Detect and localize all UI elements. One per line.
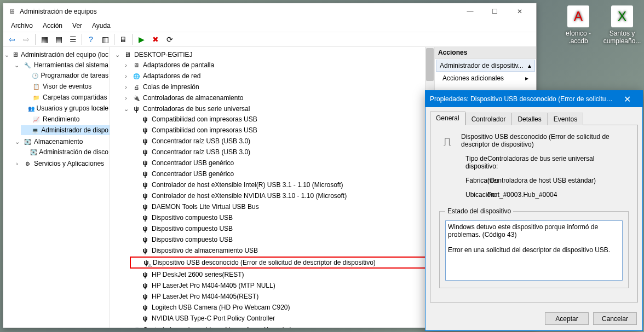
maximize-button[interactable]: ☐ [482, 4, 507, 19]
device-item[interactable]: ·Dispositivo compuesto USB [130, 235, 432, 244]
help-button[interactable]: ? [84, 33, 97, 46]
device-group[interactable]: ›Adaptadores de red [121, 71, 432, 81]
forward-button[interactable]: ⇨ [20, 33, 33, 46]
device-item[interactable]: ·Dispositivo compuesto USB [130, 213, 432, 223]
device-group[interactable]: ›Adaptadores de pantalla [121, 60, 432, 70]
device-item[interactable]: ·Logitech USB Camera (HD Pro Webcam C920… [130, 302, 432, 312]
properties-close-button[interactable]: ✕ [616, 94, 638, 104]
desktop-icons: Aefonico - .accdb XSantos y cumpleaño... [562, 5, 639, 45]
tab-body: ⎍ Dispositivo USB desconocido (Error de … [430, 125, 638, 302]
result-pane: ⌄DESKTOP-EGITIEJ›Adaptadores de pantalla… [110, 47, 435, 328]
menu-accion[interactable]: Acción [38, 21, 67, 31]
tree-item[interactable]: ·Carpetas compartidas [21, 92, 110, 102]
tree-item[interactable]: ⌄Herramientas del sistema [12, 60, 110, 70]
device-item[interactable]: ·Concentrador raíz USB (USB 3.0) [130, 147, 432, 157]
list-button[interactable]: ☰ [66, 33, 79, 46]
device-item[interactable]: ·Compatibilidad con impresoras USB [130, 125, 432, 135]
device-group[interactable]: ⌄Controladoras de bus serie universal [121, 104, 432, 114]
device-item[interactable]: ·HP LaserJet Pro M404-M405 (MTP NULL) [130, 281, 432, 290]
device-root[interactable]: ⌄DESKTOP-EGITIEJ [112, 50, 432, 60]
properties-tabs: General Controlador Detalles Eventos [426, 107, 642, 125]
scroll-thumb[interactable] [426, 48, 434, 81]
actions-additional[interactable]: Acciones adicionales ▸ [435, 73, 536, 84]
actions-header: Acciones [435, 47, 536, 59]
device-name: Dispositivo USB desconocido (Error de so… [461, 133, 630, 148]
device-item[interactable]: ·NVIDIA USB Type-C Port Policy Controlle… [130, 313, 432, 323]
window-title: Administración de equipos [20, 8, 458, 15]
device-item[interactable]: ·Controlador de host eXtensible Intel(R)… [130, 180, 432, 190]
tree-item[interactable]: ·Usuarios y grupos locale [21, 103, 110, 113]
scope-pane: ⌄Administración del equipo (loc⌄Herramie… [3, 47, 110, 328]
device-group[interactable]: ›Colas de impresión [121, 82, 432, 92]
refresh-button[interactable]: ⟳ [163, 33, 176, 46]
device-item[interactable]: ·Concentrador USB genérico [130, 158, 432, 168]
device-item[interactable]: ·Dispositivo compuesto USB [130, 224, 432, 234]
app-icon: 🖥 [8, 7, 16, 16]
device-item[interactable]: ·HP LaserJet Pro M404-M405(REST) [130, 292, 432, 301]
device-item[interactable]: ·Dispositivo de almacenamiento USB [130, 246, 432, 255]
chevron-right-icon: ▸ [525, 74, 528, 82]
menu-archivo[interactable]: Archivo [7, 21, 37, 31]
properties-window: Propiedades: Dispositivo USB desconocido… [425, 90, 643, 331]
options-button[interactable]: ▥ [99, 33, 112, 46]
device-item[interactable]: ·DAEMON Tools Lite Virtual USB Bus [130, 202, 432, 212]
menu-ayuda[interactable]: Ayuda [88, 21, 115, 31]
tree-item[interactable]: ·Rendimiento [21, 114, 110, 124]
tab-controller[interactable]: Controlador [465, 113, 512, 125]
desktop-icon-access[interactable]: Aefonico - .accdb [562, 5, 595, 45]
usb-icon: ⎍ [438, 133, 456, 150]
tree-item[interactable]: ·Visor de eventos [21, 81, 110, 91]
device-item[interactable]: ·HP DeskJet 2600 series(REST) [130, 270, 432, 279]
tree-root[interactable]: ⌄Administración del equipo (loc [3, 50, 110, 60]
tree-item[interactable]: ·Administración de disco [21, 147, 110, 157]
close-button[interactable]: ✕ [507, 4, 532, 19]
tree-item[interactable]: ·Programador de tareas [21, 71, 110, 80]
ok-button[interactable]: Aceptar [545, 312, 589, 325]
tab-general[interactable]: General [430, 112, 465, 125]
device-group[interactable]: ›Controladoras de sonido y vídeo y dispo… [121, 325, 432, 328]
device-status-group: Estado del dispositivo [439, 207, 629, 288]
tab-details[interactable]: Detalles [511, 113, 547, 125]
chevron-up-icon: ▴ [528, 62, 531, 69]
cancel-button[interactable]: Cancelar [593, 312, 637, 325]
device-item[interactable]: ·Compatibilidad con impresoras USB [130, 114, 432, 124]
back-button[interactable]: ⇦ [5, 33, 19, 46]
tree-item[interactable]: ⌄Almacenamiento [12, 137, 110, 147]
scope-button[interactable]: ▦ [38, 33, 51, 46]
tab-events[interactable]: Eventos [548, 113, 583, 125]
tree-item[interactable]: ·Administrador de dispo [21, 125, 110, 135]
remove-button[interactable]: ✖ [149, 33, 162, 46]
desktop-icon-excel[interactable]: XSantos y cumpleaño... [606, 5, 639, 45]
properties-titlebar[interactable]: Propiedades: Dispositivo USB desconocido… [426, 91, 642, 107]
view-button[interactable]: ▤ [52, 33, 65, 46]
titlebar[interactable]: 🖥 Administración de equipos — ☐ ✕ [3, 3, 536, 20]
device-item[interactable]: ·Concentrador raíz USB (USB 3.0) [130, 136, 432, 146]
toolbar: ⇦ ⇨ ▦ ▤ ☰ ? ▥ 🖥 ▶ ✖ ⟳ [3, 32, 536, 47]
tree-item[interactable]: ›Servicios y Aplicaciones [12, 159, 110, 168]
computer-icon[interactable]: 🖥 [117, 33, 130, 46]
device-group[interactable]: ›Controladoras de almacenamiento [121, 93, 432, 103]
device-status-text[interactable] [445, 220, 623, 281]
device-item[interactable]: ·Dispositivo USB desconocido (Error de s… [130, 257, 432, 269]
minimize-button[interactable]: — [458, 4, 482, 19]
device-item[interactable]: ·Concentrador USB genérico [130, 169, 432, 179]
actions-section[interactable]: Administrador de dispositiv... ▴ [436, 60, 535, 72]
menu-ver[interactable]: Ver [68, 21, 87, 31]
device-item[interactable]: ·Controlador de host eXtensible NVIDIA U… [130, 191, 432, 201]
menubar: Archivo Acción Ver Ayuda [3, 20, 536, 32]
scan-button[interactable]: ▶ [135, 33, 148, 46]
